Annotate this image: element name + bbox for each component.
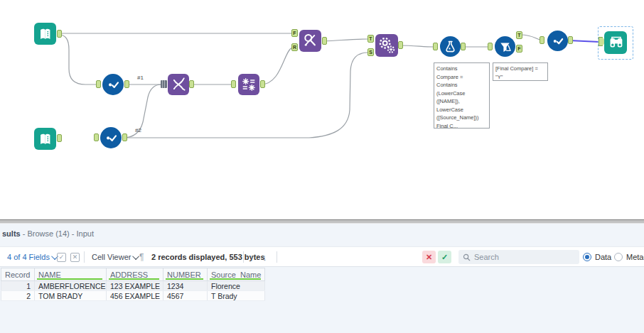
results-title-bold: sults — [2, 229, 21, 238]
chevron-down-icon — [133, 253, 140, 260]
results-panel: sults - Browse (14) - Input 4 of 4 Field… — [0, 224, 644, 333]
input-anchor[interactable] — [231, 80, 236, 88]
formula-annotation[interactable]: Contains Compare = Contains (LowerCase (… — [434, 62, 490, 129]
apply-filter-button[interactable]: ✓ — [438, 251, 451, 263]
gears-icon — [377, 36, 397, 55]
radio-selected-icon — [583, 253, 591, 261]
output-anchor[interactable] — [260, 80, 265, 88]
cell-viewer-dropdown[interactable]: Cell Viewer — [92, 247, 139, 267]
output-anchor[interactable] — [461, 43, 466, 50]
input-anchor[interactable] — [94, 133, 99, 141]
data-cell: AMBERFLORENCE — [35, 281, 107, 291]
macro-gears-tool[interactable] — [375, 34, 398, 57]
connection-input1-select1[interactable] — [58, 34, 97, 84]
toolbar-separator — [84, 251, 85, 263]
pilcrow-toggle[interactable]: ¶ — [139, 247, 144, 267]
input-data-icon — [36, 25, 55, 43]
input-anchor-t[interactable]: T — [367, 35, 374, 43]
data-radio[interactable]: Data — [583, 247, 611, 267]
input-anchor-f[interactable]: F — [291, 29, 298, 37]
search-box[interactable] — [458, 250, 579, 264]
connection-findreplace-macro[interactable] — [323, 39, 368, 41]
deselect-all-checkbox-icon[interactable]: ✕ — [70, 247, 80, 267]
select-tool-3[interactable] — [547, 31, 568, 51]
results-title-rest: - Browse (14) - Input — [21, 229, 94, 238]
find-replace-icon — [301, 31, 320, 50]
select-check-icon — [102, 129, 120, 147]
scroll-down-button[interactable]: ↓ — [262, 247, 267, 267]
dna-helix-icon — [169, 75, 188, 94]
input-data-tool-2[interactable] — [34, 128, 56, 150]
output-anchor[interactable] — [57, 134, 62, 142]
input-anchor-r[interactable]: R — [291, 43, 298, 51]
column-header[interactable]: NUMBER — [163, 268, 208, 281]
table-row[interactable]: 1AMBERFLORENCE123 EXAMPLE1234Florence — [1, 281, 265, 291]
output-anchor[interactable] — [189, 80, 194, 88]
input-anchor-s[interactable]: S — [367, 48, 374, 56]
scroll-up-button[interactable]: ↑ — [249, 247, 254, 267]
connection-select3-browse-selected[interactable] — [569, 40, 599, 42]
select-all-checkbox-icon[interactable]: ✓ — [57, 247, 66, 267]
column-header[interactable]: Record — [1, 268, 35, 281]
input-data-icon — [36, 130, 55, 148]
input-data-tool-1[interactable] — [34, 23, 56, 45]
find-replace-tool[interactable] — [299, 30, 321, 52]
filter-annotation[interactable]: [Final Compare] = "Y" — [493, 62, 548, 81]
column-header[interactable]: NAME — [35, 268, 107, 281]
filter-funnel-icon — [496, 38, 514, 55]
search-input[interactable] — [474, 253, 567, 261]
select-check-icon — [104, 75, 122, 94]
connection-filter-select3[interactable] — [521, 35, 540, 40]
data-cell: T Brady — [208, 291, 265, 301]
clear-filter-button[interactable]: ✕ — [422, 251, 436, 263]
workflow-canvas[interactable]: #1 #2 — [0, 0, 644, 219]
radio-unselected-icon — [614, 253, 623, 261]
results-table-body: 1AMBERFLORENCE123 EXAMPLE1234Florence2TO… — [1, 281, 265, 301]
browse-tool[interactable] — [604, 31, 627, 54]
data-radio-label: Data — [595, 253, 611, 261]
record-count-label: 2 records displayed, 553 bytes — [151, 247, 265, 267]
connection-junction — [161, 80, 167, 88]
select-tool-2[interactable] — [100, 127, 122, 148]
metadata-radio[interactable]: Metadata — [614, 247, 644, 267]
output-anchor[interactable] — [57, 30, 62, 38]
output-anchor[interactable] — [568, 36, 573, 44]
formula-tool[interactable] — [440, 36, 461, 57]
select-check-icon — [549, 32, 567, 50]
column-header[interactable]: Source_Name — [208, 268, 265, 281]
input-anchor[interactable] — [96, 80, 101, 88]
table-row[interactable]: 2TOM BRADY456 EXAMPLE4567T Brady — [1, 291, 265, 301]
record-number-cell: 1 — [1, 281, 35, 291]
input-anchor[interactable] — [433, 43, 438, 50]
output-anchor-false[interactable]: F — [516, 45, 522, 53]
join-multiple-tool[interactable] — [168, 74, 189, 95]
browse-binoculars-icon — [606, 33, 626, 53]
connection-macro-formula[interactable] — [399, 45, 434, 47]
data-cell: Florence — [208, 281, 265, 291]
data-cell: 456 EXAMPLE — [107, 291, 163, 301]
connection-select2-join[interactable] — [123, 84, 161, 138]
output-anchor[interactable] — [122, 133, 127, 141]
results-breadcrumb: sults - Browse (14) - Input — [2, 229, 94, 238]
filter-tool[interactable] — [495, 36, 515, 57]
output-anchor[interactable] — [124, 80, 129, 88]
record-number-cell: 2 — [1, 291, 35, 301]
data-cell: 4567 — [163, 291, 208, 301]
data-cell: 1234 — [163, 281, 208, 291]
input-anchor[interactable] — [540, 36, 544, 44]
output-anchor-true[interactable]: T — [516, 31, 522, 39]
output-anchor[interactable] — [398, 41, 403, 49]
formula-flask-icon — [441, 38, 459, 55]
select-tool-1[interactable] — [102, 74, 124, 95]
input-anchor[interactable] — [488, 43, 493, 50]
data-cell: 123 EXAMPLE — [107, 281, 163, 291]
fuzzy-match-tool[interactable] — [238, 74, 259, 95]
column-header[interactable]: ADDRESS — [107, 268, 163, 281]
results-table-head-row: RecordNAMEADDRESSNUMBERSource_Name — [1, 268, 265, 281]
fuzzy-match-icon — [240, 75, 258, 94]
fields-dropdown[interactable]: 4 of 4 Fields — [7, 247, 58, 267]
output-anchor[interactable] — [322, 37, 327, 45]
connection-fuzzymatch-findreplace[interactable] — [261, 48, 292, 84]
connection-select2-macro[interactable] — [123, 53, 368, 138]
toolbar-separator — [243, 251, 244, 263]
